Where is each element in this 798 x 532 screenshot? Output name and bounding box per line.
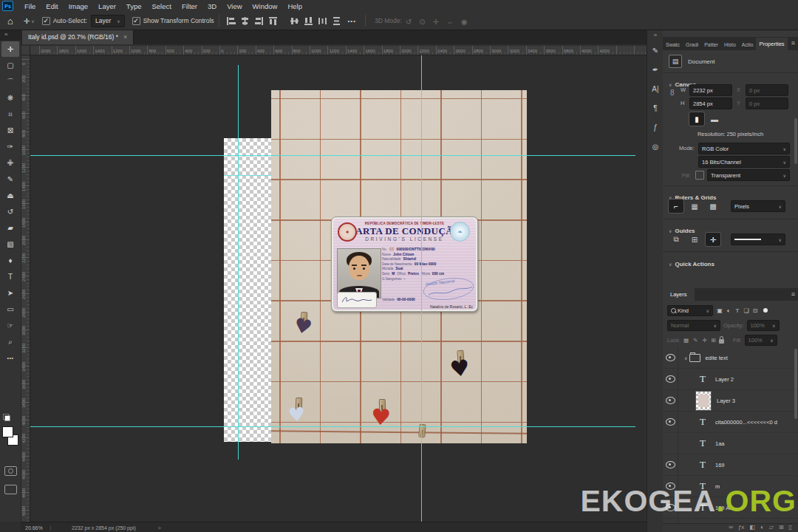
frame-tool[interactable]: ⊠ [1, 123, 19, 138]
layer-filter-icon-0[interactable]: ▣ [715, 307, 724, 314]
clone-source-panel-icon[interactable]: ✒ [648, 62, 663, 77]
layer-filter-icon-3[interactable]: ❏ [742, 307, 751, 314]
menu-item-window[interactable]: Window [248, 2, 283, 10]
align-left-button[interactable] [225, 15, 237, 27]
layer-effects-icon[interactable]: ƒx [738, 524, 744, 531]
align-top-button[interactable] [267, 15, 279, 27]
foreground-background-swatches[interactable] [2, 426, 18, 446]
lock-icon-1[interactable]: ✎ [693, 337, 698, 344]
clone-stamp-tool[interactable]: ⏏ [1, 188, 19, 203]
tab-layers[interactable]: Layers [663, 288, 695, 301]
layer-row[interactable]: T169 [663, 454, 798, 476]
lock-icon-0[interactable]: ▦ [683, 337, 689, 344]
show-transform-checkbox[interactable]: ✓ [132, 17, 140, 25]
document-photo-wall[interactable]: ♥ ♥ ♥ ♥ REPÚBLICA DEMOCRÁTICA DE TIMOR-L… [271, 90, 527, 443]
libraries-panel-icon[interactable]: ◎ [648, 139, 663, 154]
quick-actions-section-header[interactable]: ∨Quick Actions [669, 256, 715, 269]
tools-ellipsis[interactable]: ••• [1, 350, 19, 366]
blur-tool[interactable]: ♦ [1, 253, 19, 268]
toggle-grid-button[interactable]: ▦ [687, 200, 702, 213]
new-layer-icon[interactable]: ⊞ [779, 524, 784, 531]
layer-visibility-cell[interactable] [663, 390, 678, 411]
marquee-tool[interactable]: ▢ [1, 58, 19, 73]
fill-dropdown[interactable]: Transparent∨ [707, 169, 790, 181]
eye-icon[interactable] [666, 418, 675, 426]
layer-row[interactable]: Tcita000000...<<<<<<<0 d [663, 412, 798, 433]
tab-actio[interactable]: Actio [739, 39, 757, 50]
layer-visibility-cell[interactable] [663, 497, 678, 518]
move-tool-preset-icon[interactable]: ✛ [24, 17, 30, 25]
filter-toggle-icon[interactable] [763, 308, 768, 313]
menu-item-image[interactable]: Image [64, 2, 93, 10]
toggle-guides-button[interactable]: ⧉ [669, 233, 683, 246]
adjustment-layer-icon[interactable]: ◐ [760, 524, 764, 531]
healing-brush-tool[interactable]: ✙ [1, 155, 19, 171]
photoshop-logo-icon[interactable]: Ps [2, 1, 13, 11]
eyedropper-tool[interactable]: ✑ [1, 139, 19, 154]
menu-item-view[interactable]: View [222, 2, 247, 10]
align-centers-h-button[interactable] [239, 15, 251, 27]
glyphs-panel-icon[interactable]: ƒ [648, 120, 663, 134]
layer-filter-icon-4[interactable]: ⊡ [751, 307, 760, 314]
link-layers-icon[interactable]: ∞ [729, 524, 733, 531]
guide-horizontal[interactable] [30, 426, 635, 427]
status-arrow-icon[interactable]: > [158, 525, 161, 531]
mode-dropdown[interactable]: RGB Color∨ [698, 143, 790, 154]
align-centers-v-button[interactable] [288, 15, 301, 27]
layer-visibility-cell[interactable] [663, 412, 678, 432]
lock-icon-3[interactable]: ⊞ [712, 337, 716, 344]
layer-row[interactable]: T1aa [663, 433, 798, 454]
layer-group-icon[interactable]: ▱ [769, 524, 774, 531]
ruler-top[interactable]: 2000180016001400120010008006004002000200… [30, 46, 647, 55]
chevron-down-icon[interactable]: ∨ [684, 355, 687, 361]
link-dimensions-icon[interactable]: 8 [670, 89, 675, 97]
guide-horizontal[interactable] [30, 155, 635, 156]
double-chevron-icon[interactable]: » [4, 31, 7, 38]
distribute-h-button[interactable] [316, 15, 329, 27]
auto-select-dropdown[interactable]: Layer ∨ [91, 15, 125, 27]
driving-license-card[interactable]: REPÚBLICA DEMOCRÁTICA DE TIMOR-LESTE CAR… [331, 216, 478, 312]
layer-row[interactable]: TLayer 2 [663, 369, 798, 390]
history-brush-tool[interactable]: ↺ [1, 204, 19, 219]
layer-visibility-cell[interactable] [663, 433, 678, 454]
layer-row[interactable]: Tm [663, 476, 798, 497]
ruler-left[interactable]: 0200400600800100012001400160018002000220… [21, 55, 30, 522]
layers-panel-menu-icon[interactable]: ≡ [791, 290, 795, 298]
path-selection-tool[interactable]: ➤ [1, 285, 19, 301]
guide-horizontal-short[interactable] [224, 175, 271, 176]
layer-row[interactable]: Layer 3 [663, 390, 798, 412]
brush-tool[interactable]: ✎ [1, 171, 19, 187]
layer-visibility-cell[interactable] [663, 369, 678, 389]
layer-row[interactable]: ∨edite text [663, 347, 798, 369]
edit-guides-button[interactable]: ✛ [706, 233, 720, 246]
orientation-portrait-button[interactable]: ▮ [689, 112, 704, 126]
menu-item-3d[interactable]: 3D [202, 2, 222, 10]
lasso-tool[interactable]: ⌒ [1, 74, 19, 89]
layer-mask-icon[interactable]: ◧ [749, 524, 755, 531]
properties-scrollbar[interactable] [794, 118, 797, 164]
layer-visibility-cell[interactable] [663, 347, 678, 368]
distribute-v-button[interactable] [330, 15, 343, 27]
menu-item-layer[interactable]: Layer [93, 2, 121, 10]
layers-scrollbar[interactable] [794, 349, 797, 419]
layer-visibility-cell[interactable] [663, 476, 678, 497]
bit-depth-dropdown[interactable]: 16 Bits/Channel∨ [698, 156, 790, 168]
layer-filter-icon-1[interactable]: ◐ [724, 307, 733, 314]
fill-checkbox[interactable] [695, 171, 704, 180]
more-options-icon[interactable]: ••• [348, 18, 356, 24]
character-panel-icon[interactable]: A| [648, 81, 663, 96]
layer-visibility-cell[interactable] [663, 454, 678, 475]
menu-item-select[interactable]: Select [146, 2, 176, 10]
crop-tool[interactable]: ⌗ [1, 106, 19, 122]
tab-properties[interactable]: Properties [756, 38, 787, 50]
ruler-units-dropdown[interactable]: Pixels∨ [731, 200, 785, 212]
toggle-pixel-grid-button[interactable]: ▩ [706, 200, 720, 213]
eye-icon[interactable] [666, 482, 675, 490]
shape-tool[interactable]: ▭ [1, 301, 19, 317]
document-row[interactable]: ▤ Document [669, 53, 792, 69]
document-tab[interactable]: Italy id.psd @ 20.7% (RGB/16) * × [22, 30, 134, 44]
tab-swatc[interactable]: Swatc [663, 39, 683, 50]
height-field[interactable]: 2854 px [689, 98, 732, 109]
align-right-button[interactable] [253, 15, 265, 27]
menu-item-filter[interactable]: Filter [177, 2, 202, 10]
